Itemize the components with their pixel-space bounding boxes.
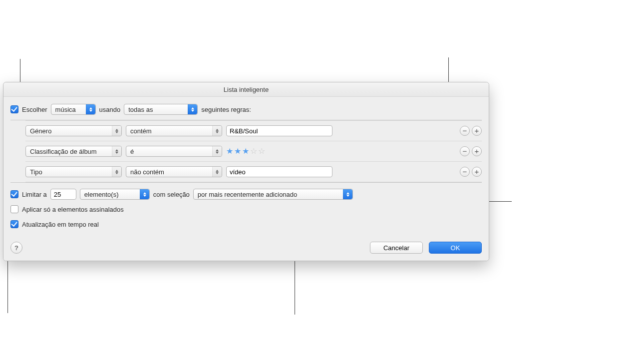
only-checked-row: Aplicar só a elementos assinalados <box>10 202 482 217</box>
chevrons-icon <box>212 146 222 156</box>
quantifier-value: todas as <box>128 106 153 113</box>
match-checkbox[interactable] <box>10 105 18 113</box>
plus-icon: + <box>475 147 479 155</box>
star-filled-icon: ★ <box>234 147 241 155</box>
star-filled-icon: ★ <box>226 147 233 155</box>
cancel-label: Cancelar <box>383 244 409 252</box>
chevrons-icon <box>112 167 121 177</box>
remove-rule-button[interactable]: − <box>460 126 470 136</box>
divider <box>10 182 482 183</box>
chevrons-icon <box>188 104 197 114</box>
limit-unit-select[interactable]: elemento(s) <box>80 189 150 200</box>
rule-field-value: Género <box>30 127 51 135</box>
minus-icon: − <box>463 147 467 155</box>
rule-field-select[interactable]: Classificação de álbum <box>25 146 122 157</box>
dialog-footer: ? Cancelar OK <box>10 242 482 254</box>
chevrons-icon <box>343 189 352 199</box>
dialog-body: Escolher música usando todas as seguinte… <box>3 97 489 261</box>
match-row: Escolher música usando todas as seguinte… <box>10 102 482 117</box>
only-checked-label: Aplicar só a elementos assinalados <box>22 206 124 213</box>
chevrons-icon <box>112 146 121 156</box>
media-type-select[interactable]: música <box>51 104 96 115</box>
limit-checkbox[interactable] <box>10 190 18 198</box>
rule-field-select[interactable]: Tipo <box>25 166 122 177</box>
rule-row: Tipo não contém − + <box>25 161 482 182</box>
remove-rule-button[interactable]: − <box>460 167 470 177</box>
rule-rating-input[interactable]: ★ ★ ★ ☆ ☆ <box>226 147 265 155</box>
add-rule-button[interactable]: + <box>472 126 482 136</box>
chevrons-icon <box>86 104 95 114</box>
trailing-label: seguintes regras: <box>201 106 251 113</box>
dialog-titlebar: Lista inteligente <box>3 82 489 97</box>
rule-value-input[interactable] <box>226 125 332 136</box>
live-update-label: Atualização em tempo real <box>22 221 99 228</box>
chevrons-icon <box>212 126 222 136</box>
plus-icon: + <box>475 168 479 175</box>
help-button[interactable]: ? <box>10 242 22 254</box>
chevrons-icon <box>140 189 149 199</box>
chevrons-icon <box>212 167 222 177</box>
quantifier-select[interactable]: todas as <box>124 104 198 115</box>
limit-by-label: com seleção <box>153 191 190 198</box>
media-type-value: música <box>55 106 76 113</box>
add-rule-button[interactable]: + <box>472 167 482 177</box>
rule-op-value: contém <box>130 127 152 135</box>
star-empty-icon: ☆ <box>258 147 265 155</box>
rules-list: Género contém − + Clas <box>25 120 482 182</box>
rule-op-value: é <box>130 148 134 155</box>
limit-order-select[interactable]: por mais recentemente adicionado <box>193 189 353 200</box>
rule-op-select[interactable]: contém <box>126 125 222 136</box>
rule-row: Classificação de álbum é ★ ★ ★ ☆ ☆ <box>25 141 482 161</box>
smart-playlist-dialog: Lista inteligente Escolher música usando… <box>3 82 489 261</box>
star-filled-icon: ★ <box>242 147 249 155</box>
live-update-row: Atualização em tempo real <box>10 217 482 232</box>
minus-icon: − <box>463 127 467 134</box>
minus-icon: − <box>463 168 467 175</box>
rule-field-select[interactable]: Género <box>25 125 122 136</box>
rule-op-select[interactable]: não contém <box>126 166 222 177</box>
using-label: usando <box>99 106 121 113</box>
rule-op-select[interactable]: é <box>126 146 222 157</box>
remove-rule-button[interactable]: − <box>460 146 470 156</box>
rule-field-value: Classificação de álbum <box>30 148 97 155</box>
limit-order-value: por mais recentemente adicionado <box>198 191 297 198</box>
limit-unit-value: elemento(s) <box>84 191 119 198</box>
cancel-button[interactable]: Cancelar <box>370 242 423 254</box>
dialog-title: Lista inteligente <box>224 86 269 93</box>
only-checked-checkbox[interactable] <box>10 205 18 213</box>
chevrons-icon <box>112 126 121 136</box>
ok-label: OK <box>451 244 460 252</box>
star-empty-icon: ☆ <box>250 147 257 155</box>
rule-value-input[interactable] <box>226 166 332 177</box>
limit-count-input[interactable] <box>50 189 76 200</box>
limit-label: Limitar a <box>22 191 47 198</box>
rule-field-value: Tipo <box>30 168 42 176</box>
ok-button[interactable]: OK <box>429 242 482 254</box>
limit-row: Limitar a elemento(s) com seleção por ma… <box>10 187 482 202</box>
match-label: Escolher <box>22 106 47 113</box>
rule-row: Género contém − + <box>25 120 482 141</box>
rule-op-value: não contém <box>130 168 164 176</box>
question-icon: ? <box>14 244 18 252</box>
add-rule-button[interactable]: + <box>472 146 482 156</box>
live-update-checkbox[interactable] <box>10 220 18 228</box>
plus-icon: + <box>475 127 479 134</box>
